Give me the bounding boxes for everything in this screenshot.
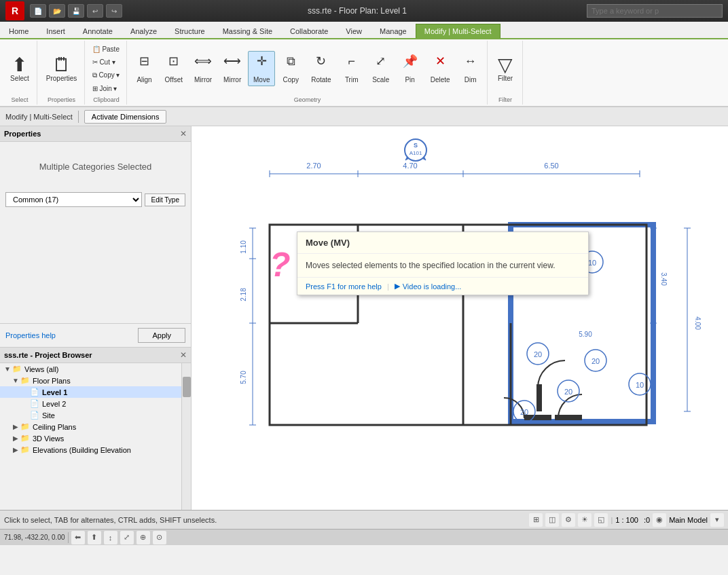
align-btn[interactable]: ⊟Align: [131, 51, 158, 86]
type-selector: Common (17) Edit Type: [5, 192, 185, 207]
tab-massing[interactable]: Massing & Site: [214, 24, 281, 38]
tooltip-video[interactable]: ▶ Video is loading...: [395, 282, 462, 291]
nav-btn-4[interactable]: ⤢: [120, 531, 134, 544]
properties-btn[interactable]: 🗒 Properties: [41, 53, 82, 85]
status-btn-2[interactable]: ◫: [545, 513, 559, 527]
copy-tool-btn[interactable]: ⧉Copy: [277, 52, 304, 86]
nav-btn-2[interactable]: ⬆: [88, 531, 101, 544]
app-logo: R: [5, 1, 24, 20]
properties-help-link[interactable]: Properties help: [5, 331, 56, 339]
tree-item-level2[interactable]: 📄 Level 2: [0, 398, 181, 409]
apply-btn[interactable]: Apply: [138, 328, 185, 343]
undo-btn[interactable]: ↩: [87, 4, 103, 18]
svg-rect-30: [536, 384, 542, 411]
expand-floor-plans[interactable]: ▼: [11, 377, 20, 384]
dim-text-2: 4.70: [403, 162, 417, 170]
trim-btn[interactable]: ⌐Trim: [338, 52, 365, 86]
mirror-draw-btn[interactable]: ⟷Mirror: [219, 51, 246, 86]
tree-item-ceiling-plans[interactable]: ▶ 📁 Ceiling Plans: [0, 421, 181, 432]
scale-icon: ⤢: [376, 54, 386, 69]
expand-elevations[interactable]: ▶: [11, 446, 20, 453]
tab-view[interactable]: View: [337, 24, 371, 38]
tree-item-floor-plans[interactable]: ▼ 📁 Floor Plans: [0, 375, 181, 386]
tab-structure[interactable]: Structure: [166, 24, 214, 38]
modify-tool-btn[interactable]: ⬆ Select: [5, 53, 34, 85]
tab-home[interactable]: Home: [0, 24, 37, 38]
pin-btn[interactable]: 📌Pin: [397, 51, 424, 86]
scale-btn[interactable]: ⤢Scale: [367, 51, 395, 86]
copy-icon: ⧉: [92, 71, 97, 79]
paste-btn[interactable]: 📋 Paste: [89, 43, 123, 55]
redo-btn[interactable]: ↪: [106, 4, 122, 18]
ceiling-plans-label: Ceiling Plans: [33, 423, 76, 431]
dimension-btn[interactable]: ↔Dim: [457, 52, 484, 86]
move-btn[interactable]: ✛Move: [248, 51, 275, 86]
status-btn-3[interactable]: ⚙: [562, 513, 575, 527]
tab-insert[interactable]: Insert: [37, 24, 74, 38]
tree-item-level1[interactable]: 📄 Level 1: [0, 386, 181, 398]
delete-btn[interactable]: ✕Delete: [426, 51, 455, 86]
nav-btn-6[interactable]: ⊙: [153, 531, 166, 544]
ribbon-group-clipboard: 📋 Paste ✂ Cut ▾ ⧉ Copy ▾ ⊞ Join ▾ Clipbo…: [86, 41, 126, 105]
activate-dimensions-btn[interactable]: Activate Dimensions: [84, 110, 167, 124]
rotate-btn[interactable]: ↻Rotate: [306, 51, 335, 86]
tree-item-elevations[interactable]: ▶ 📁 Elevations (Building Elevation: [0, 444, 181, 456]
browser-close-btn[interactable]: ✕: [180, 350, 187, 360]
floor-plans-label: Floor Plans: [33, 377, 71, 385]
search-input[interactable]: [587, 4, 723, 18]
join-btn[interactable]: ⊞ Join ▾: [89, 83, 120, 94]
tab-analyze[interactable]: Analyze: [122, 24, 166, 38]
window-controls[interactable]: 📄 📂 💾 ↩ ↪: [30, 4, 122, 18]
tab-annotate[interactable]: Annotate: [74, 24, 122, 38]
browser-scrollbar[interactable]: [181, 363, 191, 510]
expand-3d[interactable]: ▶: [11, 434, 20, 442]
tree-item-3d-views[interactable]: ▶ 📁 3D Views: [0, 432, 181, 444]
expand-views-all[interactable]: ▼: [3, 365, 12, 373]
properties-close-btn[interactable]: ✕: [180, 129, 187, 138]
folder-icon-ceiling: 📁: [20, 422, 30, 431]
level1-label: Level 1: [42, 388, 67, 396]
align-icon: ⊟: [139, 54, 149, 69]
expand-level2: [20, 400, 30, 407]
scrollbar-thumb[interactable]: [183, 377, 191, 397]
filter-btn[interactable]: ▽ Filter: [492, 53, 519, 85]
nav-btn-3[interactable]: ↕: [104, 531, 117, 544]
canvas-area[interactable]: S A101 2.70 4.70 6.50 1.10 2.18 5.70: [192, 126, 728, 510]
tree-item-site[interactable]: 📄 Site: [0, 409, 181, 421]
open-btn[interactable]: 📂: [49, 4, 65, 18]
expand-ceiling[interactable]: ▶: [11, 423, 20, 430]
status-coord: :0: [644, 516, 650, 524]
tab-manage[interactable]: Manage: [371, 24, 416, 38]
elevations-label: Elevations (Building Elevation: [33, 446, 131, 454]
nav-btn-5[interactable]: ⊕: [136, 531, 150, 544]
dim-text-left2: 2.18: [240, 288, 247, 301]
view-icon-level1: 📄: [30, 388, 39, 396]
new-btn[interactable]: 📄: [30, 4, 46, 18]
mirror-pick-btn[interactable]: ⟺Mirror: [189, 51, 217, 86]
offset-btn[interactable]: ⊡Offset: [160, 51, 188, 86]
status-model-btn[interactable]: ◉: [653, 513, 666, 527]
nav-btn-1[interactable]: ⬅: [71, 531, 85, 544]
status-dropdown-btn[interactable]: ▾: [710, 513, 724, 527]
mirror-pick-icon: ⟺: [194, 54, 212, 69]
status-btn-4[interactable]: ☀: [578, 513, 592, 527]
properties-title: Properties: [4, 130, 41, 138]
move-icon: ✛: [257, 54, 267, 69]
view-icon-level2: 📄: [30, 399, 39, 408]
dim-text-1: 2.70: [306, 162, 321, 170]
status-text: Click to select, TAB for alternates, CTR…: [4, 516, 526, 524]
status-btn-5[interactable]: ◱: [594, 513, 608, 527]
tooltip-help-link[interactable]: Press F1 for more help: [306, 282, 382, 291]
edit-type-btn[interactable]: Edit Type: [145, 193, 185, 206]
tree-item-views-all[interactable]: ▼ 📁 Views (all): [0, 363, 181, 375]
left-panel: Properties ✕ Multiple Categories Selecte…: [0, 126, 192, 510]
save-btn[interactable]: 💾: [68, 4, 84, 18]
tab-collaborate[interactable]: Collaborate: [281, 24, 337, 38]
cut-btn[interactable]: ✂ Cut ▾: [89, 56, 118, 68]
status-btn-1[interactable]: ⊞: [529, 513, 543, 527]
copy-btn[interactable]: ⧉ Copy ▾: [89, 69, 123, 81]
tab-modify-multiselect[interactable]: Modify | Multi-Select: [416, 24, 500, 38]
type-dropdown[interactable]: Common (17): [5, 192, 142, 207]
delete-icon: ✕: [435, 54, 445, 69]
status-icons: ⊞ ◫ ⚙ ☀ ◱ | 1 : 100 :0 ◉ Main Model ▾: [529, 513, 724, 527]
